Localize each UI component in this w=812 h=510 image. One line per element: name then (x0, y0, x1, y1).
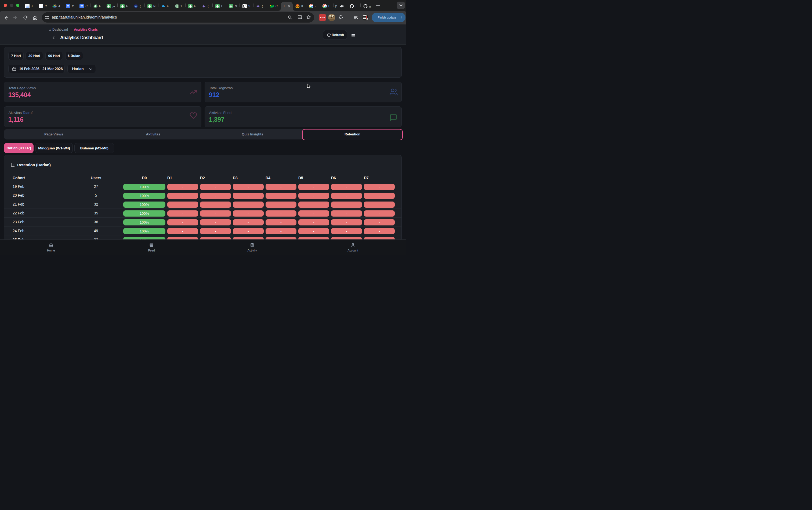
svg-text:hsi: hsi (135, 6, 137, 7)
